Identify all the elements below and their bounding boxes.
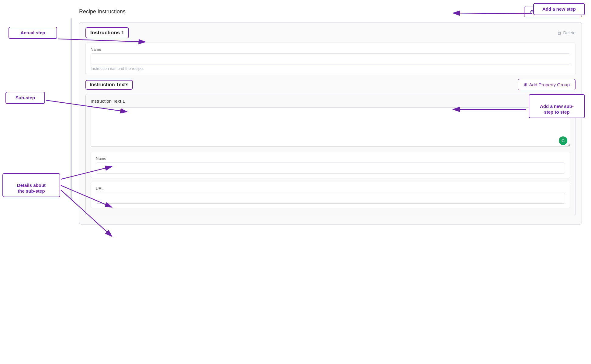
plus-icon-substep: ⊕ [524, 82, 527, 88]
substep-item-title: Instruction Text 1 [91, 98, 125, 104]
annotation-details: Details about the sub-step [2, 173, 60, 197]
annotation-add-new-step: Add a new step [533, 3, 585, 15]
step-name-field-group: Name Instruction name of the recipe. [85, 43, 575, 75]
substep-name-input[interactable] [96, 163, 565, 173]
main-container: Recipe Instructions ⊕ Add Property Group… [70, 0, 591, 364]
step-header: Instructions 1 🗑 Delete [85, 27, 575, 38]
trash-icon-step: 🗑 [557, 30, 562, 35]
substep-name-field-group: Name [91, 152, 570, 178]
substep-url-field-group: URL [91, 182, 570, 208]
grammarly-icon: G [559, 136, 567, 145]
section-header: Recipe Instructions ⊕ Add Property Group [79, 6, 582, 17]
annotation-actual-step: Actual step [9, 27, 57, 39]
instruction-textarea[interactable] [91, 107, 570, 147]
substep-title: Instruction Texts [85, 80, 133, 90]
instruction-text-wrapper: G [91, 107, 570, 148]
substep-section: Instruction Texts ⊕ Add Property Group I… [85, 79, 575, 216]
step-name-input[interactable] [91, 53, 570, 64]
substep-card: Instruction Text 1 🗑 Delete G Name [85, 94, 575, 216]
substep-url-label: URL [96, 186, 565, 191]
substep-header: Instruction Texts ⊕ Add Property Group [85, 79, 575, 90]
substep-name-label: Name [96, 156, 565, 161]
section-title: Recipe Instructions [79, 9, 126, 15]
step-card: Instructions 1 🗑 Delete Name Instruction… [79, 22, 582, 225]
annotation-sub-step: Sub-step [5, 92, 45, 104]
add-property-substep-label: Add Property Group [529, 82, 570, 87]
substep-url-input[interactable] [96, 193, 565, 204]
step-title: Instructions 1 [85, 27, 129, 38]
step-name-label: Name [91, 47, 570, 52]
step-delete-button[interactable]: 🗑 Delete [557, 30, 575, 35]
substep-item-header: Instruction Text 1 🗑 Delete [91, 98, 570, 104]
step-delete-label: Delete [563, 30, 575, 35]
annotation-add-new-substep: Add a new sub- step to step [529, 94, 585, 118]
add-property-group-button-substep[interactable]: ⊕ Add Property Group [518, 79, 575, 90]
step-name-hint: Instruction name of the recipe. [91, 66, 570, 71]
